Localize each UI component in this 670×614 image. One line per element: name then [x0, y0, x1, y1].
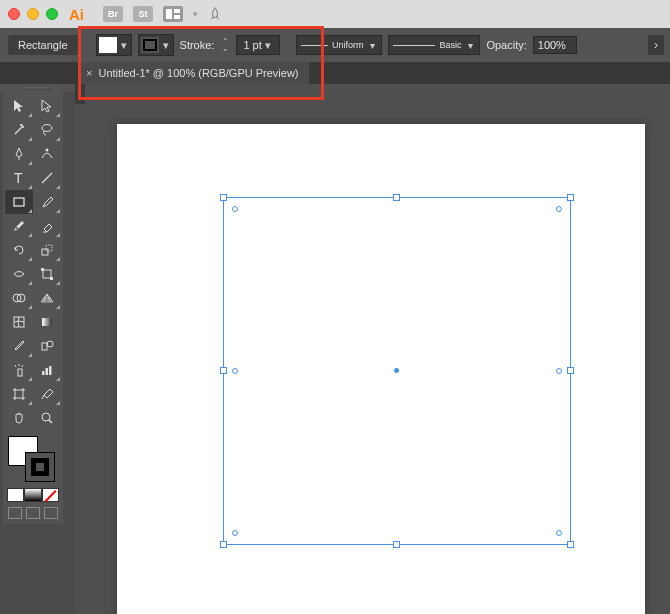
chevron-down-icon[interactable]: ▾ [161, 38, 171, 52]
handle-bottom-left[interactable] [220, 541, 227, 548]
svg-rect-7 [14, 198, 24, 206]
svg-rect-11 [43, 270, 51, 278]
tool-column-graph[interactable] [33, 358, 61, 382]
handle-bottom-middle[interactable] [393, 541, 400, 548]
corner-widget-br[interactable] [556, 530, 562, 536]
svg-rect-0 [166, 9, 172, 19]
tool-zoom[interactable] [33, 406, 61, 430]
svg-rect-13 [50, 277, 53, 280]
tool-shaper[interactable] [5, 214, 33, 238]
svg-rect-17 [42, 318, 52, 326]
tool-symbol-sprayer[interactable] [5, 358, 33, 382]
tool-direct-selection[interactable] [33, 94, 61, 118]
artboard[interactable] [117, 124, 645, 614]
profile-line-icon [301, 45, 327, 46]
color-mode-none[interactable] [42, 488, 59, 502]
color-mode-gradient[interactable] [24, 488, 41, 502]
corner-widget-tr[interactable] [556, 206, 562, 212]
stroke-color-icon [141, 37, 159, 53]
corner-widget-tl[interactable] [232, 206, 238, 212]
tool-rectangle[interactable] [5, 190, 33, 214]
color-mode-solid[interactable] [7, 488, 24, 502]
handle-bottom-right[interactable] [567, 541, 574, 548]
corner-widget-ml[interactable] [232, 368, 238, 374]
svg-rect-24 [15, 390, 23, 398]
chevron-down-icon[interactable]: ▾ [367, 38, 377, 52]
tool-hand[interactable] [5, 406, 33, 430]
corner-widget-mr[interactable] [556, 368, 562, 374]
stroke-weight-field[interactable]: 1 pt ▾ [236, 35, 280, 55]
close-tab-icon[interactable]: × [86, 67, 92, 79]
gpu-rocket-icon[interactable] [208, 7, 222, 21]
tool-scale[interactable] [33, 238, 61, 262]
control-bar-more-icon[interactable]: › [648, 35, 664, 55]
tool-curvature[interactable] [33, 142, 61, 166]
handle-top-middle[interactable] [393, 194, 400, 201]
canvas-area[interactable] [75, 84, 670, 614]
brush-label: Basic [439, 40, 461, 50]
tool-free-transform[interactable] [33, 262, 61, 286]
svg-point-4 [46, 149, 49, 152]
bridge-icon[interactable]: Br [103, 6, 123, 22]
tool-slice[interactable] [33, 382, 61, 406]
tools-panel-grip[interactable] [0, 84, 75, 92]
tool-width[interactable] [5, 262, 33, 286]
svg-point-19 [47, 341, 53, 347]
tool-mesh[interactable] [5, 310, 33, 334]
tool-eyedropper[interactable] [5, 334, 33, 358]
chevron-down-icon[interactable]: ▾ [119, 38, 129, 52]
tool-line-segment[interactable] [33, 166, 61, 190]
tool-blend[interactable] [33, 334, 61, 358]
tools-panel: T [3, 92, 63, 524]
opacity-label: Opacity: [486, 39, 526, 51]
chevron-down-icon[interactable]: ▾ [263, 38, 273, 52]
selected-rectangle[interactable] [223, 197, 571, 545]
brush-definition[interactable]: Basic ▾ [388, 35, 480, 55]
fill-stroke-widget[interactable] [5, 434, 61, 482]
handle-top-right[interactable] [567, 194, 574, 201]
handle-middle-left[interactable] [220, 367, 227, 374]
stroke-swatch[interactable]: ▾ [138, 34, 174, 56]
maximize-window-button[interactable] [46, 8, 58, 20]
tool-lasso[interactable] [33, 118, 61, 142]
stroke-proxy[interactable] [25, 452, 55, 482]
tool-rotate[interactable] [5, 238, 33, 262]
corner-widget-bl[interactable] [232, 530, 238, 536]
tool-selection[interactable] [5, 94, 33, 118]
arrange-documents-icon[interactable] [163, 6, 183, 22]
stroke-label: Stroke: [180, 39, 215, 51]
svg-rect-12 [41, 268, 44, 271]
handle-middle-right[interactable] [567, 367, 574, 374]
collapsed-dock-tab[interactable] [75, 84, 85, 104]
stock-icon[interactable]: St [133, 6, 153, 22]
stroke-weight-stepper[interactable]: ⌃ ⌄ [220, 38, 230, 52]
svg-rect-1 [174, 9, 180, 13]
minimize-window-button[interactable] [27, 8, 39, 20]
opacity-field[interactable]: 100% [533, 36, 577, 54]
draw-inside[interactable] [44, 507, 58, 519]
tool-perspective-grid[interactable] [33, 286, 61, 310]
variable-width-profile[interactable]: Uniform ▾ [296, 35, 382, 55]
stepper-down-icon[interactable]: ⌄ [220, 45, 230, 52]
tool-shape-builder[interactable] [5, 286, 33, 310]
tool-pen[interactable] [5, 142, 33, 166]
fill-swatch[interactable]: ▾ [96, 34, 132, 56]
handle-top-left[interactable] [220, 194, 227, 201]
svg-line-26 [49, 420, 52, 423]
svg-rect-22 [46, 368, 49, 375]
tool-magic-wand[interactable] [5, 118, 33, 142]
brush-line-icon [393, 45, 435, 46]
control-bar: Rectangle ▾ ▾ Stroke: ⌃ ⌄ 1 pt ▾ Uniform… [0, 28, 670, 62]
tool-artboard[interactable] [5, 382, 33, 406]
tool-paintbrush[interactable] [33, 190, 61, 214]
app-menu-group: Br St ▾ [103, 6, 222, 22]
chevron-down-icon[interactable]: ▾ [465, 38, 475, 52]
close-window-button[interactable] [8, 8, 20, 20]
tool-gradient[interactable] [33, 310, 61, 334]
document-tab[interactable]: × Untitled-1* @ 100% (RGB/GPU Preview) [80, 62, 309, 84]
tool-type[interactable]: T [5, 166, 33, 190]
tool-eraser[interactable] [33, 214, 61, 238]
draw-behind[interactable] [26, 507, 40, 519]
draw-normal[interactable] [8, 507, 22, 519]
draw-mode-row [5, 504, 61, 522]
